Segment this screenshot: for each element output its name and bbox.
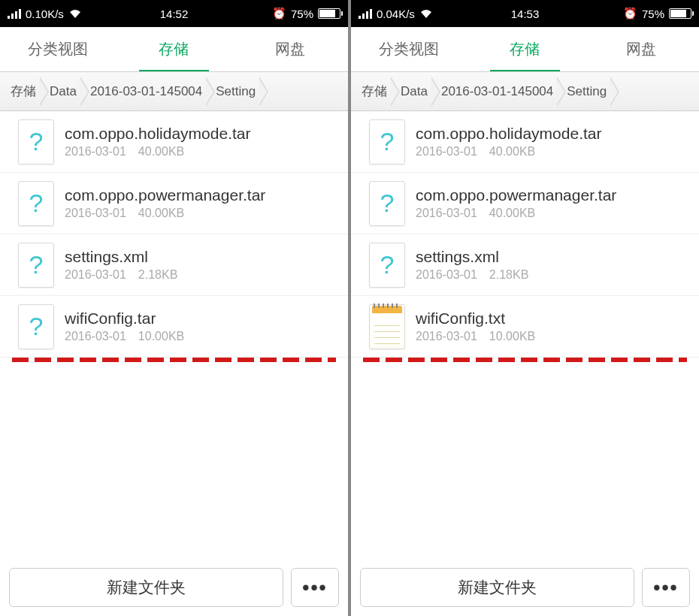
phone-screen-left: 0.10K/s 14:52 ⏰ 75% 分类视图 存储 网盘 存储 Data 2… [0, 0, 348, 616]
file-unknown-icon [369, 181, 405, 226]
wifi-icon [419, 8, 433, 19]
file-name: com.oppo.holidaymode.tar [416, 125, 690, 143]
tab-category[interactable]: 分类视图 [0, 27, 116, 71]
file-unknown-icon [18, 304, 54, 349]
new-folder-button[interactable]: 新建文件夹 [9, 568, 283, 607]
file-note-icon [369, 304, 405, 349]
file-item[interactable]: com.oppo.holidaymode.tar 2016-03-0140.00… [351, 111, 699, 173]
tab-cloud[interactable]: 网盘 [583, 27, 699, 71]
svg-rect-2 [15, 11, 17, 19]
bottom-bar: 新建文件夹 ••• [351, 559, 699, 616]
signal-icon [359, 8, 372, 19]
tab-category[interactable]: 分类视图 [351, 27, 467, 71]
phone-screen-right: 0.04K/s 14:53 ⏰ 75% 分类视图 存储 网盘 存储 Data 2… [351, 0, 699, 616]
file-unknown-icon [18, 181, 54, 226]
file-name: settings.xml [65, 248, 339, 266]
crumb-setting[interactable]: Setting [208, 72, 262, 110]
file-list: com.oppo.holidaymode.tar 2016-03-0140.00… [351, 111, 699, 559]
file-size: 2.18KB [138, 268, 177, 282]
svg-rect-7 [370, 9, 372, 19]
file-date: 2016-03-01 [416, 145, 477, 159]
file-item[interactable]: com.oppo.holidaymode.tar 2016-03-0140.00… [0, 111, 348, 173]
battery-icon [669, 8, 691, 19]
tab-storage[interactable]: 存储 [467, 27, 582, 71]
status-bar: 0.04K/s 14:53 ⏰ 75% [351, 0, 699, 27]
file-date: 2016-03-01 [65, 207, 126, 220]
crumb-date[interactable]: 2016-03-01-145004 [434, 72, 559, 110]
svg-rect-0 [8, 16, 10, 19]
file-size: 40.00KB [138, 145, 184, 159]
status-time: 14:52 [160, 8, 189, 20]
network-speed: 0.04K/s [377, 8, 415, 20]
svg-rect-1 [11, 14, 14, 19]
svg-rect-5 [362, 14, 365, 19]
file-size: 40.00KB [138, 207, 184, 220]
network-speed: 0.10K/s [26, 8, 64, 20]
highlight-annotation [12, 358, 336, 362]
more-button[interactable]: ••• [642, 568, 690, 607]
file-unknown-icon [18, 243, 54, 288]
file-date: 2016-03-01 [65, 330, 126, 343]
tab-storage[interactable]: 存储 [116, 27, 231, 71]
alarm-icon: ⏰ [272, 7, 286, 20]
file-date: 2016-03-01 [65, 268, 126, 282]
file-name: settings.xml [416, 248, 690, 266]
file-unknown-icon [369, 243, 405, 288]
file-item[interactable]: com.oppo.powermanager.tar 2016-03-0140.0… [0, 173, 348, 234]
file-unknown-icon [18, 119, 54, 165]
file-item[interactable]: wifiConfig.tar 2016-03-0110.00KB [0, 296, 348, 358]
file-item[interactable]: settings.xml 2016-03-012.18KB [351, 234, 699, 296]
file-name: com.oppo.powermanager.tar [416, 186, 690, 204]
breadcrumb: 存储 Data 2016-03-01-145004 Setting [0, 72, 348, 111]
bottom-bar: 新建文件夹 ••• [0, 559, 348, 616]
file-item[interactable]: com.oppo.powermanager.tar 2016-03-0140.0… [351, 173, 699, 234]
file-item[interactable]: wifiConfig.txt 2016-03-0110.00KB [351, 296, 699, 358]
crumb-storage[interactable]: 存储 [354, 72, 393, 110]
breadcrumb: 存储 Data 2016-03-01-145004 Setting [351, 72, 699, 111]
file-list: com.oppo.holidaymode.tar 2016-03-0140.00… [0, 111, 348, 559]
more-button[interactable]: ••• [291, 568, 339, 607]
wifi-icon [68, 8, 82, 19]
signal-icon [8, 8, 21, 19]
file-size: 10.00KB [489, 330, 535, 343]
file-size: 2.18KB [489, 268, 528, 282]
svg-rect-3 [19, 9, 21, 19]
battery-percent: 75% [291, 8, 313, 20]
file-date: 2016-03-01 [65, 145, 126, 159]
file-item[interactable]: settings.xml 2016-03-012.18KB [0, 234, 348, 296]
crumb-date[interactable]: 2016-03-01-145004 [83, 72, 208, 110]
file-unknown-icon [369, 119, 405, 165]
file-date: 2016-03-01 [416, 330, 477, 343]
file-name: com.oppo.powermanager.tar [65, 186, 339, 204]
crumb-storage[interactable]: 存储 [3, 72, 42, 110]
battery-icon [318, 8, 340, 19]
file-name: com.oppo.holidaymode.tar [65, 125, 339, 143]
svg-rect-6 [366, 11, 368, 19]
tabs: 分类视图 存储 网盘 [351, 27, 699, 72]
alarm-icon: ⏰ [623, 7, 637, 20]
file-size: 40.00KB [489, 145, 535, 159]
file-date: 2016-03-01 [416, 207, 477, 220]
file-name: wifiConfig.tar [65, 310, 339, 328]
crumb-setting[interactable]: Setting [559, 72, 613, 110]
highlight-annotation [363, 358, 687, 362]
file-size: 40.00KB [489, 207, 535, 220]
file-name: wifiConfig.txt [416, 310, 690, 328]
tab-cloud[interactable]: 网盘 [232, 27, 348, 71]
status-time: 14:53 [511, 8, 540, 20]
new-folder-button[interactable]: 新建文件夹 [360, 568, 634, 607]
svg-rect-4 [359, 16, 361, 19]
status-bar: 0.10K/s 14:52 ⏰ 75% [0, 0, 348, 27]
file-date: 2016-03-01 [416, 268, 477, 282]
battery-percent: 75% [642, 8, 664, 20]
tabs: 分类视图 存储 网盘 [0, 27, 348, 72]
file-size: 10.00KB [138, 330, 184, 343]
